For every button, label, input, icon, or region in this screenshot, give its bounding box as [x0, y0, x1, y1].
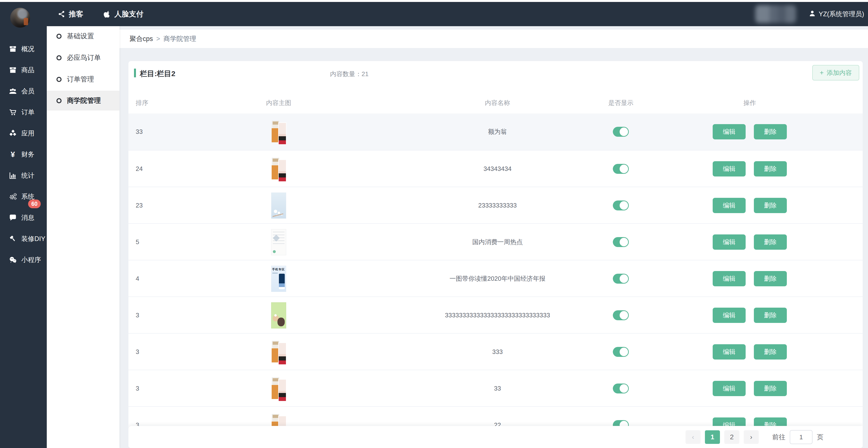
visibility-toggle[interactable]: [613, 347, 629, 357]
thumbnail-cell: [230, 187, 327, 224]
overview-box-icon: [9, 45, 17, 53]
visible-cell: [585, 370, 657, 407]
edit-button[interactable]: 编辑: [713, 308, 746, 323]
system-gears-icon: [9, 192, 17, 201]
next-page-button[interactable]: ›: [744, 430, 759, 444]
sidebar-item-label: 装修DIY: [21, 234, 45, 243]
table-header: 排序 内容主图 内容名称 是否显示 操作: [128, 95, 863, 111]
sidebar-item-label: 订单: [21, 108, 34, 117]
goods-box-icon: [9, 66, 17, 74]
orders-cart-icon: [9, 108, 17, 116]
sidebar-item-stats[interactable]: 统计: [0, 167, 47, 184]
apple-icon: [103, 10, 111, 18]
add-content-button[interactable]: + 添加内容: [812, 65, 859, 81]
visible-cell: [585, 334, 657, 370]
edit-button[interactable]: 编辑: [713, 271, 746, 286]
finance-yen-icon: ¥: [9, 150, 17, 158]
thumbnail-cell: [230, 370, 327, 407]
content-card: 栏目:栏目2 内容数量：21 + 添加内容 排序 内容主图 内容名称 是否显示 …: [128, 61, 863, 448]
edit-button[interactable]: 编辑: [713, 161, 746, 177]
delete-button[interactable]: 删除: [754, 344, 787, 360]
content-thumbnail: [271, 156, 286, 182]
delete-button[interactable]: 删除: [754, 234, 787, 250]
sidebar-item-label: 统计: [21, 171, 34, 180]
submenu-item-business-school[interactable]: 商学院管理: [47, 91, 120, 111]
delete-button[interactable]: 删除: [754, 198, 787, 213]
delete-button[interactable]: 删除: [754, 381, 787, 396]
submenu-item-basic-settings[interactable]: 基础设置: [47, 26, 120, 46]
topbar-item-tuike[interactable]: 推客: [58, 9, 83, 19]
actions-cell: 编辑删除: [706, 187, 794, 224]
sidebar-item-messages[interactable]: 60 消息: [0, 209, 47, 226]
edit-button[interactable]: 编辑: [713, 381, 746, 396]
topbar-right: YZ(系统管理员): [755, 2, 864, 26]
sort-value: 3: [136, 370, 162, 407]
content-thumbnail: 手机专区: [271, 266, 286, 292]
thumbnail-cell: [230, 151, 327, 187]
diy-hammer-icon: [9, 235, 17, 243]
topbar: 推客 人脸支付 YZ(系统管理员): [0, 2, 868, 26]
submenu-item-label: 商学院管理: [67, 96, 101, 105]
goto-page-input[interactable]: [790, 430, 812, 444]
visibility-toggle[interactable]: [613, 310, 629, 320]
visibility-toggle[interactable]: [613, 237, 629, 247]
sidebar-item-apps[interactable]: 应用: [0, 125, 47, 142]
edit-button[interactable]: 编辑: [713, 198, 746, 213]
page-button-1[interactable]: 1: [705, 430, 720, 444]
visibility-toggle[interactable]: [613, 274, 629, 283]
panel-header: 栏目:栏目2 内容数量：21 + 添加内容: [128, 61, 863, 95]
avatar[interactable]: [10, 8, 30, 28]
visibility-toggle[interactable]: [613, 164, 629, 174]
visibility-toggle[interactable]: [613, 201, 629, 210]
sidebar-item-goods[interactable]: 商品: [0, 62, 47, 79]
breadcrumb: 聚合cps > 商学院管理: [120, 30, 868, 48]
delete-button[interactable]: 删除: [754, 161, 787, 177]
panel-title: 栏目:栏目2: [140, 69, 176, 79]
edit-button[interactable]: 编辑: [713, 234, 746, 250]
table-row: 2323333333333编辑删除: [128, 187, 863, 223]
sidebar-item-orders[interactable]: 订单: [0, 104, 47, 121]
content-count: 内容数量：21: [330, 70, 369, 78]
content-name: 23333333333: [398, 187, 597, 224]
sidebar-item-label: 消息: [21, 213, 34, 222]
visibility-toggle[interactable]: [613, 127, 629, 137]
sidebar-item-overview[interactable]: 概况: [0, 40, 47, 57]
pagination-bar: ‹ 1 2 › 前往 页: [128, 426, 863, 448]
submenu-item-label: 必应鸟订单: [67, 53, 101, 62]
submenu-item-order-management[interactable]: 订单管理: [47, 69, 120, 89]
title-accent-bar: [134, 69, 136, 77]
actions-cell: 编辑删除: [706, 370, 794, 407]
breadcrumb-item-current: 商学院管理: [163, 34, 196, 43]
breadcrumb-separator: >: [156, 35, 160, 43]
sidebar: 概况 商品 会员 订单 应用 ¥ 财务 统计 系统: [0, 26, 47, 448]
edit-button[interactable]: 编辑: [713, 124, 746, 140]
topbar-item-face-pay[interactable]: 人脸支付: [103, 9, 144, 19]
sidebar-item-miniprogram[interactable]: 小程序: [0, 251, 47, 268]
delete-button[interactable]: 删除: [754, 308, 787, 323]
submenu-item-bird-orders[interactable]: 必应鸟订单: [47, 48, 120, 68]
content-thumbnail: [271, 303, 286, 328]
goto-label: 前往: [772, 433, 785, 442]
thumbnail-caption: 手机专区: [272, 267, 285, 271]
content-name: 33: [398, 370, 597, 407]
visibility-toggle[interactable]: [613, 384, 629, 393]
delete-button[interactable]: 删除: [754, 124, 787, 140]
edit-button[interactable]: 编辑: [713, 344, 746, 360]
miniprogram-wechat-icon: [9, 256, 17, 264]
sidebar-item-diy[interactable]: 装修DIY: [0, 230, 47, 247]
delete-button[interactable]: 删除: [754, 271, 787, 286]
sidebar-item-label: 财务: [21, 150, 34, 159]
table-row: 5国内消费一周热点编辑删除: [128, 223, 863, 260]
app-window: 推客 人脸支付 YZ(系统管理员) 概况: [0, 0, 868, 448]
sidebar-item-finance[interactable]: ¥ 财务: [0, 146, 47, 163]
prev-page-button[interactable]: ‹: [685, 430, 701, 444]
table-row: 33额为翁编辑删除: [128, 114, 863, 150]
column-header-name: 内容名称: [398, 95, 597, 111]
table-row: 3333333333333333333333333333333编辑删除: [128, 297, 863, 333]
breadcrumb-item-jhcps[interactable]: 聚合cps: [130, 34, 153, 43]
sidebar-item-members[interactable]: 会员: [0, 83, 47, 100]
page-button-2[interactable]: 2: [724, 430, 739, 444]
content-thumbnail: [271, 376, 286, 401]
submenu-panel: 基础设置 必应鸟订单 订单管理 商学院管理: [47, 26, 120, 448]
current-user[interactable]: YZ(系统管理员): [809, 10, 864, 19]
